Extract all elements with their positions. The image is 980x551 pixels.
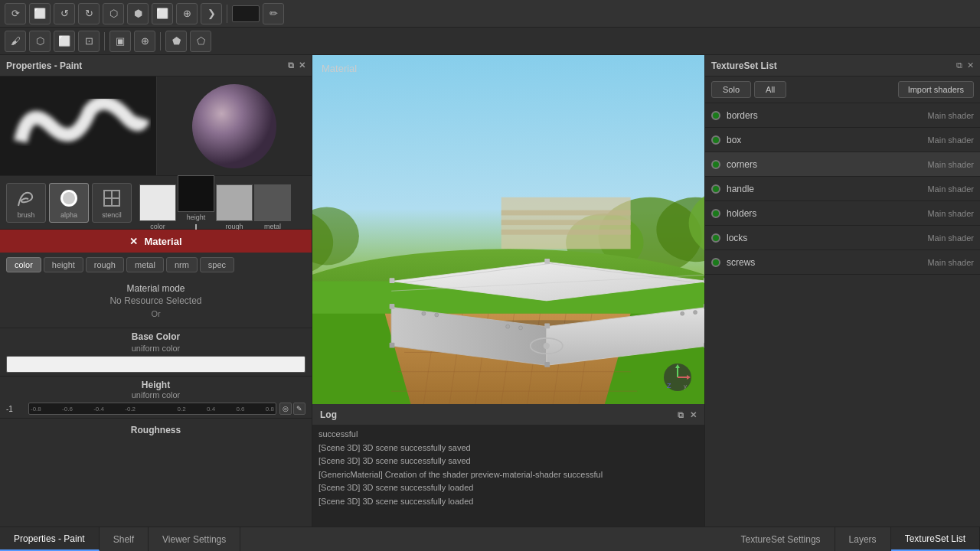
- ts-radio-handle: [711, 184, 720, 194]
- ts-radio-borders: [711, 111, 720, 120]
- tab-layers[interactable]: Layers: [835, 527, 891, 551]
- ts-shader-handle: Main shader: [927, 184, 974, 194]
- tab-rough[interactable]: rough: [86, 257, 124, 272]
- log-line-4: [Scene 3D] 3D scene successfully loaded: [318, 481, 698, 494]
- metal-swatch-label: metal: [264, 223, 281, 230]
- tick-5: 0.2: [178, 406, 186, 412]
- tab-textureset-settings[interactable]: TextureSet Settings: [727, 527, 835, 551]
- ts-name-holders: holders: [727, 208, 921, 219]
- textureset-header-icons: ⧉ ✕: [956, 60, 974, 70]
- material-section: ✕ Material color height rough metal nrm …: [0, 230, 312, 442]
- tab-properties-paint[interactable]: Properties - Paint: [0, 527, 100, 551]
- ts-item-screws[interactable]: screws Main shader: [705, 250, 980, 275]
- brush-icon-btn[interactable]: brush: [6, 183, 46, 223]
- ts-item-handle[interactable]: handle Main shader: [705, 177, 980, 201]
- toolbar-btn-1[interactable]: ⟳: [5, 3, 26, 24]
- toolbar-number-input[interactable]: 8: [232, 5, 260, 22]
- toolbar-btn-8[interactable]: ⊕: [176, 3, 198, 24]
- toolbar-btn-7[interactable]: ⬜: [152, 3, 173, 24]
- toolbar-btn-2[interactable]: ⬜: [29, 3, 51, 24]
- svg-rect-16: [501, 220, 631, 225]
- panel-float-icon[interactable]: ⧉: [288, 60, 294, 70]
- import-shaders-button[interactable]: Import shaders: [898, 81, 974, 98]
- paint-btn[interactable]: 🖌: [5, 31, 26, 52]
- ts-radio-holders: [711, 209, 720, 218]
- right-panel: TextureSet List ⧉ ✕ Solo All Import shad…: [704, 55, 980, 527]
- brush-stroke-preview: [0, 77, 157, 175]
- tab-spec[interactable]: spec: [200, 257, 234, 272]
- erase-btn[interactable]: ⬡: [29, 31, 51, 52]
- clone-btn[interactable]: ⊡: [78, 31, 100, 52]
- textureset-title: TextureSet List: [711, 60, 777, 71]
- ts-item-locks[interactable]: locks Main shader: [705, 226, 980, 250]
- tab-color[interactable]: color: [6, 257, 41, 272]
- material-collapse-icon[interactable]: ✕: [129, 236, 138, 247]
- solo-button[interactable]: Solo: [711, 81, 751, 98]
- ts-item-box[interactable]: box Main shader: [705, 128, 980, 152]
- decal-btn[interactable]: ⬟: [165, 31, 187, 52]
- ts-item-borders[interactable]: borders Main shader: [705, 103, 980, 128]
- viewport-area[interactable]: Material Z y: [312, 55, 704, 404]
- metal-swatch-box: [254, 184, 291, 221]
- textureset-close-icon[interactable]: ✕: [967, 60, 974, 70]
- tick-1: -0.6: [62, 406, 73, 412]
- tab-textureset-list[interactable]: TextureSet List: [891, 527, 980, 551]
- textureset-float-icon[interactable]: ⧉: [956, 60, 962, 70]
- ts-item-corners[interactable]: corners Main shader: [705, 152, 980, 177]
- base-color-section: Base Color uniform color: [0, 328, 312, 377]
- material-mode-section: Material mode No Resource Selected Or: [0, 277, 312, 328]
- height-slider-track[interactable]: -0.8 -0.6 -0.4 -0.2 0.2 0.4 0.6 0.8: [28, 403, 276, 415]
- slider-icons: ◎ ✎: [279, 403, 305, 415]
- main-content: Properties - Paint ⧉ ✕: [0, 55, 980, 527]
- height-tick-marks: -0.8 -0.6 -0.4 -0.2 0.2 0.4 0.6 0.8: [29, 406, 276, 412]
- channel-tabs: color height rough metal nrm spec: [0, 253, 312, 277]
- height-swatch[interactable]: height: [178, 175, 214, 230]
- log-close-icon[interactable]: ✕: [690, 410, 697, 420]
- axes-gizmo: Z y: [662, 362, 693, 393]
- projection-btn[interactable]: ⊕: [134, 31, 155, 52]
- toolbar-btn-5[interactable]: ⬡: [103, 3, 124, 24]
- toolbar-btn-4[interactable]: ↻: [78, 3, 100, 24]
- ts-name-box: box: [727, 135, 921, 145]
- ts-name-corners: corners: [727, 159, 921, 170]
- all-button[interactable]: All: [754, 81, 786, 98]
- alpha-icon-btn[interactable]: alpha: [49, 183, 89, 223]
- toolbar-btn-3[interactable]: ↺: [54, 3, 75, 24]
- svg-rect-52: [544, 323, 550, 328]
- decal2-btn[interactable]: ⬠: [190, 31, 211, 52]
- ts-name-locks: locks: [727, 233, 921, 243]
- viewport-label: Material: [322, 63, 357, 74]
- height-section: Height uniform color -1 -0.8 -0.6 -0.4 -…: [0, 377, 312, 419]
- svg-point-45: [694, 311, 697, 315]
- ts-item-holders[interactable]: holders Main shader: [705, 201, 980, 226]
- color-swatch[interactable]: color: [139, 184, 176, 230]
- solo-all-row: Solo All Import shaders: [705, 77, 980, 103]
- log-float-icon[interactable]: ⧉: [678, 410, 684, 420]
- toolbar-btn-6[interactable]: ⬢: [127, 3, 149, 24]
- center-viewport-container: Material Z y Log: [312, 55, 704, 527]
- panel-close-icon[interactable]: ✕: [299, 60, 305, 70]
- tab-metal[interactable]: metal: [126, 257, 164, 272]
- ts-shader-screws: Main shader: [927, 258, 974, 267]
- toolbar-btn-9[interactable]: ❯: [201, 3, 222, 24]
- smudge-btn[interactable]: ⬜: [54, 31, 75, 52]
- rough-swatch-box: [216, 184, 253, 221]
- base-color-bar[interactable]: [6, 356, 305, 373]
- svg-point-41: [435, 313, 439, 317]
- tab-shelf[interactable]: Shelf: [100, 527, 149, 551]
- slider-pen-icon[interactable]: ✎: [293, 403, 305, 415]
- tab-nrm[interactable]: nrm: [166, 257, 198, 272]
- ts-radio-locks: [711, 233, 720, 243]
- tab-viewer-settings[interactable]: Viewer Settings: [149, 527, 240, 551]
- metal-swatch[interactable]: metal: [254, 184, 291, 230]
- rough-swatch[interactable]: rough: [216, 184, 253, 230]
- toolbar-pen-btn[interactable]: ✏: [263, 3, 284, 24]
- fill-btn[interactable]: ▣: [109, 31, 131, 52]
- stencil-icon-btn[interactable]: stencil: [92, 183, 132, 223]
- slider-circle-icon[interactable]: ◎: [279, 403, 292, 415]
- material-header: ✕ Material: [0, 230, 312, 253]
- roughness-label: Roughness: [6, 422, 305, 439]
- tab-height[interactable]: height: [44, 257, 83, 272]
- log-content[interactable]: successful [Scene 3D] 3D scene successfu…: [312, 425, 704, 527]
- panel-header-icons: ⧉ ✕: [288, 60, 305, 70]
